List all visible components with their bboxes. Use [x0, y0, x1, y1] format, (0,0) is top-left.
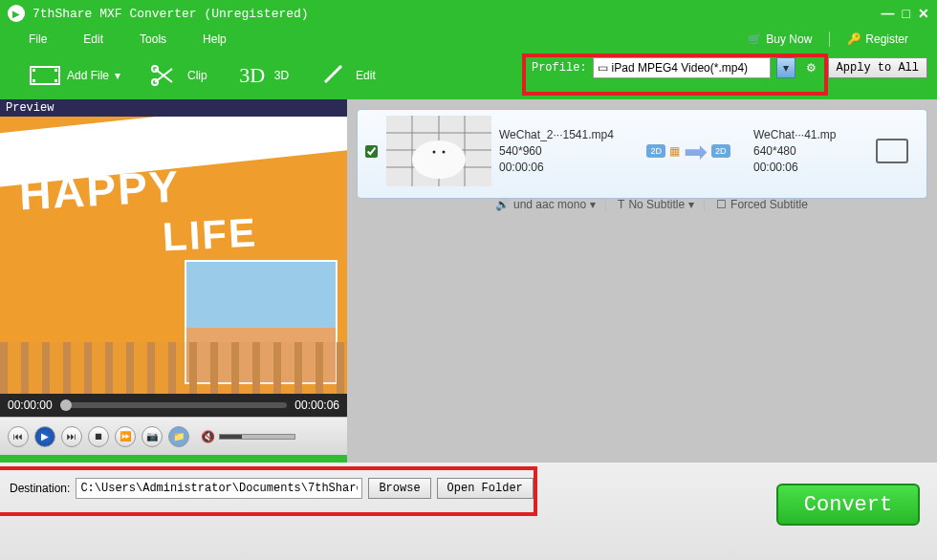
- file-list: WeChat_2···1541.mp4 540*960 00:00:06 2D …: [347, 99, 937, 463]
- source-filename: WeChat_2···1541.mp4: [499, 128, 623, 141]
- profile-label: Profile:: [532, 61, 587, 75]
- source-resolution: 540*960: [499, 144, 623, 158]
- file-item[interactable]: WeChat_2···1541.mp4 540*960 00:00:06 2D …: [357, 109, 927, 199]
- preview-title: Preview: [0, 99, 347, 117]
- key-icon: 🔑: [847, 32, 861, 46]
- file-checkbox[interactable]: [365, 116, 379, 186]
- 3d-button[interactable]: 3D 3D: [236, 63, 289, 88]
- convert-button[interactable]: Convert: [776, 484, 920, 526]
- menu-edit[interactable]: Edit: [83, 32, 103, 46]
- source-info: WeChat_2···1541.mp4 540*960 00:00:06: [499, 116, 623, 186]
- menu-file[interactable]: File: [29, 32, 47, 46]
- three-d-icon: 3D: [236, 63, 269, 88]
- volume-slider[interactable]: [219, 434, 295, 440]
- edit-button[interactable]: Edit: [317, 63, 376, 88]
- separator: [0, 455, 347, 463]
- source-duration: 00:00:06: [499, 161, 623, 174]
- preview-video[interactable]: HAPPY LIFE: [0, 117, 347, 394]
- wand-icon: [317, 63, 350, 88]
- forced-subtitle-toggle[interactable]: ☐ Forced Subtitle: [716, 198, 817, 211]
- register-label: Register: [865, 32, 908, 46]
- step-button[interactable]: ⏩: [115, 426, 136, 447]
- profile-area: Profile: ▭ iPad MPEG4 Video(*.mp4) ▾ ⚙ A…: [532, 57, 927, 78]
- conversion-arrow: 2D ▦ ➡ 2D: [631, 116, 746, 186]
- device-icon: ▭: [598, 61, 608, 75]
- menu-help[interactable]: Help: [203, 32, 227, 46]
- 3d-label: 3D: [274, 69, 289, 82]
- apply-to-all-button[interactable]: Apply to All: [828, 57, 927, 78]
- add-file-label: Add File: [67, 69, 109, 82]
- buy-now-link[interactable]: 🛒 Buy Now: [748, 32, 812, 46]
- buy-now-label: Buy Now: [766, 32, 812, 46]
- app-logo-icon: ▶: [8, 5, 25, 22]
- maximize-icon[interactable]: □: [903, 6, 910, 21]
- toolbar: Add File ▾ Clip 3D 3D Edit Profile: ▭ iP…: [0, 52, 937, 99]
- svg-rect-1: [33, 69, 35, 72]
- text-icon: T: [618, 198, 624, 211]
- dest-filename: WeChat···41.mp: [753, 128, 868, 141]
- dest-resolution: 640*480: [753, 144, 868, 158]
- dest-info: WeChat···41.mp 640*480 00:00:06: [753, 116, 868, 186]
- close-icon[interactable]: ✕: [918, 6, 929, 21]
- clip-button[interactable]: Clip: [149, 63, 207, 88]
- grid-icon: ▦: [669, 144, 680, 158]
- speaker-icon: 🔊: [495, 198, 510, 211]
- menu-tools[interactable]: Tools: [140, 32, 166, 46]
- time-total: 00:00:06: [294, 398, 339, 412]
- caret-down-icon: ▾: [590, 198, 596, 211]
- destination-label: Destination:: [10, 482, 70, 495]
- subtitle-label: No Subtitle: [628, 198, 685, 211]
- bottom-bar: Destination: Browse Open Folder Convert: [0, 463, 937, 560]
- checkbox-icon: ☐: [716, 198, 727, 211]
- svg-rect-3: [54, 69, 57, 72]
- player-controls: ⏮ ▶ ⏭ ⏹ ⏩ 📷 📁 🔇: [0, 417, 347, 455]
- profile-dropdown-button[interactable]: ▾: [776, 57, 795, 78]
- edit-label: Edit: [356, 69, 376, 82]
- add-file-button[interactable]: Add File ▾: [29, 63, 120, 88]
- forced-subtitle-label: Forced Subtitle: [730, 198, 808, 211]
- clip-label: Clip: [187, 69, 207, 82]
- file-thumbnail[interactable]: [386, 116, 491, 186]
- play-button[interactable]: ▶: [34, 426, 55, 447]
- main-area: Preview HAPPY LIFE 00:00:00 00:00:06 ⏮ ▶…: [0, 99, 937, 463]
- preview-text-life: LIFE: [162, 209, 258, 260]
- caret-down-icon: ▾: [688, 198, 694, 211]
- profile-value: iPad MPEG4 Video(*.mp4): [612, 61, 749, 75]
- profile-settings-icon[interactable]: ⚙: [801, 61, 822, 75]
- profile-select[interactable]: ▭ iPad MPEG4 Video(*.mp4): [593, 57, 771, 78]
- svg-rect-4: [54, 79, 57, 82]
- open-folder-button[interactable]: Open Folder: [437, 478, 534, 499]
- mute-icon[interactable]: 🔇: [201, 430, 215, 443]
- snapshot-button[interactable]: 📷: [142, 426, 163, 447]
- divider: [829, 32, 830, 47]
- svg-rect-2: [33, 79, 35, 82]
- subtitle-button[interactable]: T No Subtitle ▾: [618, 198, 705, 211]
- cart-icon: 🛒: [748, 32, 762, 46]
- time-current: 00:00:00: [8, 398, 53, 412]
- badge-2d-src: 2D: [646, 144, 665, 158]
- arrow-right-icon: ➡: [684, 135, 708, 168]
- timeline-track[interactable]: [60, 402, 288, 408]
- filmstrip-icon: [29, 63, 61, 88]
- timeline[interactable]: 00:00:00 00:00:06: [0, 394, 347, 417]
- folder-button[interactable]: 📁: [168, 426, 189, 447]
- preview-panel: Preview HAPPY LIFE 00:00:00 00:00:06 ⏮ ▶…: [0, 99, 347, 463]
- register-link[interactable]: 🔑 Register: [847, 32, 908, 46]
- minimize-icon[interactable]: —: [882, 6, 895, 21]
- svg-point-17: [443, 151, 446, 154]
- timeline-knob[interactable]: [60, 399, 72, 411]
- preview-text-happy: HAPPY: [18, 161, 182, 221]
- stop-button[interactable]: ⏹: [88, 426, 109, 447]
- menu-bar: File Edit Tools Help 🛒 Buy Now 🔑 Registe…: [0, 27, 937, 52]
- dest-duration: 00:00:06: [753, 161, 868, 174]
- target-device-icon[interactable]: [876, 139, 908, 163]
- dropdown-caret-icon: ▾: [115, 69, 120, 82]
- prev-button[interactable]: ⏮: [8, 426, 29, 447]
- svg-point-16: [433, 151, 436, 154]
- destination-input[interactable]: [76, 478, 362, 499]
- svg-point-15: [427, 144, 450, 163]
- next-button[interactable]: ⏭: [61, 426, 82, 447]
- window-title: 7thShare MXF Converter (Unregistered): [33, 7, 309, 21]
- audio-track-button[interactable]: 🔊 und aac mono ▾: [495, 198, 606, 211]
- browse-button[interactable]: Browse: [368, 478, 430, 499]
